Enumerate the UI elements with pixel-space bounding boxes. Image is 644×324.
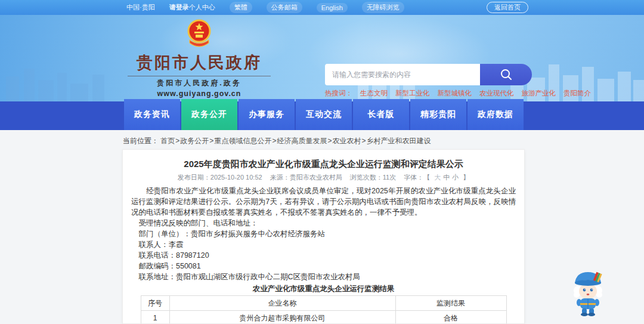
official-mail-link[interactable]: 公务邮箱 [267,2,302,13]
hot-word-5[interactable]: 旅游产业化 [522,89,556,98]
national-emblem-icon [184,18,214,51]
breadcrumb-economy[interactable]: 经济高质量发展 [277,137,327,145]
traditional-chinese-link[interactable]: 繁體 [230,2,252,13]
breadcrumb-key-areas[interactable]: 重点领域信息公开 [214,137,271,145]
nav-tab-disclosure[interactable]: 政务公开 [181,99,237,130]
table-row: 1 贵州合力超市采购有限公司 合格 [141,311,506,324]
contact-person: 联系人：李霞 [131,239,516,250]
breadcrumb-separator: > [272,137,276,145]
hot-word-1[interactable]: 生态文明 [360,89,388,98]
view-count: 浏览次数：11次 [350,174,396,181]
contact-heading: 受理情况反映的部门、电话和地址： [131,218,516,229]
article-title: 2025年度贵阳市农业产业化市级重点龙头企业运行监测和评定结果公示 [131,158,516,169]
breadcrumb-separator: > [175,137,179,145]
back-home-button[interactable]: 返回首页 [487,2,528,13]
site-url: www.guiyang.gov.cn [126,90,272,98]
hot-word-4[interactable]: 农业现代化 [479,89,514,98]
company-name: 贵州合力超市采购有限公司 [169,311,395,324]
contact-department: 部门（单位）：贵阳市乡村振兴服务中心农村经济服务站 [131,229,516,239]
monitor-result-table: 序号 企业名称 监测结果 1 贵州合力超市采购有限公司 合格 2 贵州友禾种业有… [141,295,507,324]
article-panel: 2025年度贵阳市农业产业化市级重点龙头企业运行监测和评定结果公示 发布日期：2… [122,149,525,324]
nav-tab-data[interactable]: 政府数据 [467,99,524,130]
hot-word-3[interactable]: 新型城镇化 [438,89,472,98]
hot-search-label: 热搜词： [325,89,352,98]
publish-date: 发布日期：2025-10-20 10:52 [178,174,262,181]
site-name: 贵阳市人民政府 [126,52,272,73]
article-meta: 发布日期：2025-10-20 10:52 来源：贵阳市农业农村局 浏览次数：1… [131,174,516,181]
article-source: 来源：贵阳市农业农村局 [270,174,342,181]
font-size-large[interactable]: 大 [434,174,441,181]
contact-postcode: 邮政编码：550081 [131,261,516,271]
search-button[interactable] [480,64,532,85]
site-header-banner: 贵阳市人民政府 贵阳市人民政府.政务 www.guiyang.gov.cn 热搜… [0,15,644,101]
breadcrumb-agriculture[interactable]: 农业农村 [332,137,361,145]
site-search [325,64,532,85]
site-logo[interactable]: 贵阳市人民政府 贵阳市人民政府.政务 www.guiyang.gov.cn [126,18,272,98]
monitor-result: 合格 [395,311,506,324]
breadcrumb-separator: > [361,137,366,145]
region-link[interactable]: 中国·贵阳 [126,3,155,12]
font-size-label: 字体：【 [404,174,430,181]
table-header-row: 序号 企业名称 监测结果 [141,296,506,311]
contact-phone: 联系电话：87987120 [131,250,516,261]
contact-address: 联系地址：贵阳市观山湖区市级行政中心二期C区贵阳市农业农村局 [131,271,516,282]
col-header-index: 序号 [141,296,169,311]
col-header-result: 监测结果 [395,296,506,311]
nav-tab-elderly[interactable]: 长者版 [353,99,409,130]
breadcrumb-home[interactable]: 首页 [160,137,175,145]
login-link[interactable]: 请登录 [169,4,189,11]
search-icon [500,68,513,81]
login-profile-links: 请登录个人中心 [169,3,215,12]
accessibility-link[interactable]: 无障碍浏览 [362,2,404,13]
nav-tab-services[interactable]: 办事服务 [239,99,295,130]
top-utility-bar: 中国·贵阳 请登录个人中心 繁體 公务邮箱 English 无障碍浏览 返回首页 [0,0,644,15]
nav-tab-interaction[interactable]: 互动交流 [296,99,352,130]
breadcrumb-disclosure[interactable]: 政务公开 [180,137,209,145]
primary-nav: 政务资讯 政务公开 办事服务 互动交流 长者版 精彩贵阳 政府数据 [0,101,644,130]
nav-tab-news[interactable]: 政务资讯 [124,99,180,130]
site-domain: 贵阳市人民政府.政务 [126,78,272,88]
font-size-small[interactable]: 小 [452,174,459,181]
mascot-figure[interactable] [569,267,607,317]
row-index: 1 [141,311,169,324]
profile-link[interactable]: 个人中心 [189,4,215,11]
breadcrumb-label: 当前位置： [123,137,159,145]
logo-divider [128,76,271,76]
english-link[interactable]: English [317,3,348,13]
col-header-company: 企业名称 [169,296,395,311]
monitor-table-caption: 农业产业化市级重点龙头企业运行监测结果 [131,284,516,294]
nav-tabs: 政务资讯 政务公开 办事服务 互动交流 长者版 精彩贵阳 政府数据 [124,99,524,130]
hot-search-row: 热搜词： 生态文明 新型工业化 新型城镇化 农业现代化 旅游产业化 贵阳简介 [325,89,528,98]
breadcrumb-separator: > [209,137,213,145]
hot-word-2[interactable]: 新型工业化 [395,89,430,98]
nav-tab-highlights[interactable]: 精彩贵阳 [410,99,466,130]
font-size-medium[interactable]: 中 [443,174,450,181]
breadcrumb: 当前位置： 首页>政务公开>重点领域信息公开>经济高质量发展>农业农村>乡村产业… [0,130,644,146]
hot-word-6[interactable]: 贵阳简介 [564,89,591,98]
font-size-label-close: 】 [463,174,469,181]
intro-paragraph: 经贵阳市农业产业化市级重点龙头企业联席会议成员单位审定，现对2025年开展的农业… [131,186,516,218]
breadcrumb-separator: > [327,137,332,145]
search-input[interactable] [325,64,480,85]
breadcrumb-rural-industry[interactable]: 乡村产业和农田建设 [366,137,431,145]
article-body: 经贵阳市农业产业化市级重点龙头企业联席会议成员单位审定，现对2025年开展的农业… [131,186,516,282]
